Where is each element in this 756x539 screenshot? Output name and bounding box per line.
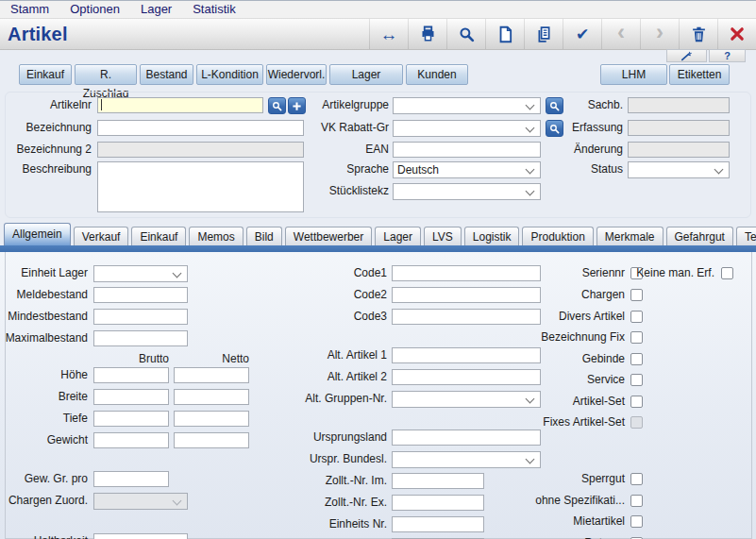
artikelgruppe-select[interactable] <box>393 97 541 114</box>
tab-gefahrgut[interactable]: Gefahrgut <box>666 227 733 245</box>
confirm-button[interactable]: ✔ <box>563 19 601 49</box>
tab-strip: AllgemeinVerkaufEinkaufMemosBildWettbewe… <box>0 223 756 245</box>
action-button-einkauf[interactable]: Einkauf <box>19 64 72 85</box>
action-button-etiketten[interactable]: Etiketten <box>669 64 730 85</box>
vk-rabatt-gr-label: VK Rabatt-Gr <box>274 120 389 136</box>
höhe-brutto-input[interactable] <box>93 367 169 383</box>
stuecklistekz-label: Stücklistekz <box>274 183 389 199</box>
tab-lager[interactable]: Lager <box>375 227 421 245</box>
tab-einkauf[interactable]: Einkauf <box>131 227 186 245</box>
artikelnr-label: Artikelnr <box>0 97 92 113</box>
resize-horizontal-icon: ↔ <box>380 25 398 43</box>
search-button[interactable] <box>446 19 485 49</box>
maximalbestand-input[interactable] <box>93 330 188 346</box>
checkbox-ohne-spezifikati[interactable] <box>630 495 643 507</box>
checkbox-artikel-set[interactable] <box>630 396 643 408</box>
artikelnr-input[interactable] <box>97 97 263 113</box>
label-tiefe: Tiefe <box>0 411 88 427</box>
label-gebinde: Gebinde <box>472 351 625 367</box>
menu-item-optionen[interactable]: Optionen <box>59 1 130 18</box>
close-button[interactable] <box>717 19 756 49</box>
tiefe-netto-input[interactable] <box>174 411 249 427</box>
menu-item-statistik[interactable]: Statistik <box>182 1 246 18</box>
copy-button[interactable] <box>524 19 563 49</box>
zollt-nr-im-input[interactable] <box>392 473 484 489</box>
ursprungsland-input[interactable] <box>392 430 541 446</box>
menu-bar: StammOptionenLagerStatistik <box>0 0 756 19</box>
urspr-bundesl-select[interactable] <box>392 451 541 468</box>
resize-button[interactable]: ↔ <box>369 19 408 49</box>
checkbox-keine-man-erf[interactable] <box>721 267 733 279</box>
tab-allgemein[interactable]: Allgemein <box>4 223 71 245</box>
action-button-kunden[interactable]: Kunden <box>406 64 468 85</box>
chargen-zuord-select <box>93 493 188 510</box>
checkbox-service[interactable] <box>630 374 643 386</box>
tab-wettbewerber[interactable]: Wettbewerber <box>285 227 372 245</box>
beschreibung-label: Beschreibung <box>0 161 92 177</box>
brutto-column-header: Brutto <box>93 351 169 367</box>
breite-brutto-input[interactable] <box>93 389 169 405</box>
ean-input[interactable] <box>393 142 541 158</box>
checkbox-divers-artikel[interactable] <box>630 311 643 323</box>
tab-lvs[interactable]: LVS <box>424 227 462 245</box>
einheits-nr-input[interactable] <box>392 516 484 532</box>
tab-merkmale[interactable]: Merkmale <box>596 227 664 245</box>
tab-logistik[interactable]: Logistik <box>464 227 520 245</box>
checkbox-mietartikel[interactable] <box>630 515 643 528</box>
label-retoure: Retoure <box>472 535 625 539</box>
action-button-r-zuschlag[interactable]: R. Zuschlag <box>75 64 137 85</box>
einheit-lager-select[interactable] <box>93 265 188 282</box>
label-einheits-nr: Einheits Nr. <box>236 516 387 532</box>
stuecklistekz-select[interactable] <box>393 183 541 200</box>
bezeichnung2-label: Bezeichnung 2 <box>0 142 92 158</box>
sachb-input <box>628 97 730 113</box>
sprache-select[interactable]: Deutsch <box>393 161 541 178</box>
tiefe-brutto-input[interactable] <box>93 411 169 427</box>
checkbox-chargen[interactable] <box>630 289 643 301</box>
previous-record-button[interactable]: ‹ <box>601 19 640 49</box>
wizard-button[interactable] <box>666 49 707 62</box>
magic-wand-icon <box>680 51 693 61</box>
label-code2: Code2 <box>236 287 387 303</box>
vk-rabatt-gr-select[interactable] <box>393 120 541 137</box>
label-keine-man-erf: Keine man. Erf. <box>625 265 714 281</box>
action-button-row: EinkaufR. ZuschlagBestandL-KonditionWied… <box>0 64 756 87</box>
label-zollt-nr-ex: Zollt.-Nr. Ex. <box>236 495 387 511</box>
active-tab-accent-bar <box>0 245 756 252</box>
tab-bild[interactable]: Bild <box>246 227 282 245</box>
haltbarkeit-input[interactable] <box>93 533 188 539</box>
label-mindestbestand: Mindestbestand <box>0 309 88 325</box>
gew-gr-pro-input[interactable] <box>93 471 169 487</box>
gewicht-brutto-input[interactable] <box>93 432 169 448</box>
aenderung-label: Änderung <box>557 142 623 158</box>
meldebestand-input[interactable] <box>93 287 188 303</box>
menu-item-lager[interactable]: Lager <box>130 1 182 18</box>
checkbox-sperrgut[interactable] <box>630 473 643 485</box>
tab-textdruck[interactable]: Textdruck <box>736 227 756 245</box>
zollt-nr-ex-input[interactable] <box>392 495 484 511</box>
menu-item-stamm[interactable]: Stamm <box>0 1 59 18</box>
tab-memos[interactable]: Memos <box>189 227 243 245</box>
ean-label: EAN <box>274 142 389 158</box>
action-button-l-kondition[interactable]: L-Kondition <box>196 64 263 85</box>
article-header-form: Artikelnr Bezeichnung Bezeichnung 2 Besc… <box>0 90 756 220</box>
label-alt-artikel-2: Alt. Artikel 2 <box>236 369 387 385</box>
print-button[interactable] <box>408 19 446 49</box>
action-button-lhm[interactable]: LHM <box>600 64 667 85</box>
label-alt-gruppen-nr: Alt. Gruppen-Nr. <box>236 391 387 407</box>
checkbox-gebinde[interactable] <box>630 353 643 365</box>
next-record-button[interactable]: › <box>640 19 679 49</box>
checkbox-bezeichnung-fix[interactable] <box>630 331 643 344</box>
label-bezeichnung-fix: Bezeichnung Fix <box>472 329 625 345</box>
new-record-button[interactable] <box>485 19 524 49</box>
mindestbestand-input[interactable] <box>93 309 188 325</box>
tab-verkauf[interactable]: Verkauf <box>74 227 129 245</box>
tab-produktion[interactable]: Produktion <box>522 227 593 245</box>
action-button-lager[interactable]: Lager <box>329 64 403 85</box>
help-button[interactable]: ? <box>709 49 746 62</box>
copy-icon <box>535 25 553 43</box>
delete-button[interactable] <box>679 19 717 49</box>
action-button-wiedervorl[interactable]: Wiedervorl. <box>266 64 327 85</box>
status-select[interactable] <box>628 161 730 178</box>
action-button-bestand[interactable]: Bestand <box>140 64 193 85</box>
